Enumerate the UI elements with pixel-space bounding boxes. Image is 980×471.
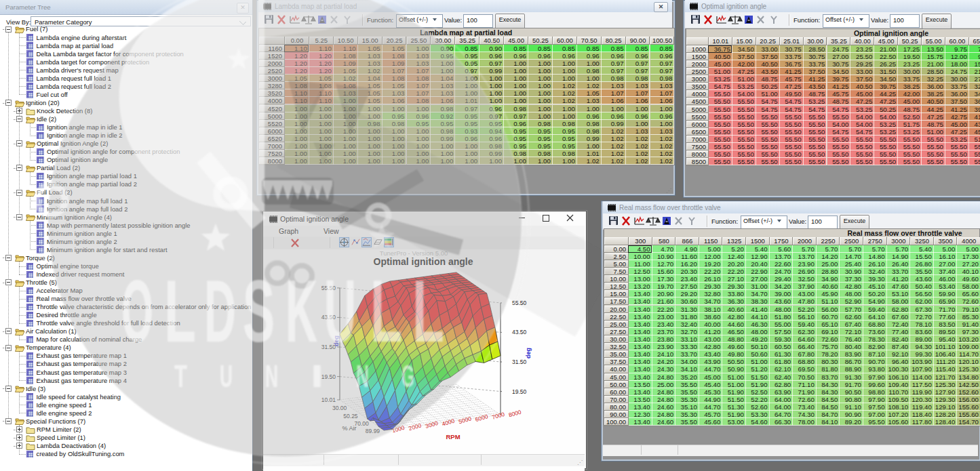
svg-text:6000: 6000 <box>475 413 489 423</box>
svg-text:deg: deg <box>525 348 532 359</box>
svg-text:55.50: 55.50 <box>321 285 336 291</box>
svg-text:19.50: 19.50 <box>321 373 336 380</box>
svg-text:43.50: 43.50 <box>512 329 527 335</box>
svg-text:10.01: 10.01 <box>321 396 336 403</box>
svg-text:31.50: 31.50 <box>512 359 527 365</box>
svg-text:30.00: 30.00 <box>332 405 347 411</box>
svg-text:4000: 4000 <box>442 417 456 428</box>
svg-text:19.50: 19.50 <box>512 388 527 395</box>
svg-text:7000: 7000 <box>491 411 505 421</box>
svg-text:Optimal ignition angle: Optimal ignition angle <box>374 256 473 267</box>
svg-text:43.50: 43.50 <box>321 314 336 321</box>
svg-text:5000: 5000 <box>458 415 472 425</box>
svg-text:% Air: % Air <box>342 425 356 432</box>
svg-text:89.99: 89.99 <box>366 428 380 434</box>
svg-text:2000: 2000 <box>408 422 422 432</box>
svg-text:55.50: 55.50 <box>512 300 527 306</box>
svg-text:3000: 3000 <box>425 419 439 430</box>
svg-text:8000: 8000 <box>508 409 522 419</box>
svg-text:RPM: RPM <box>446 433 460 441</box>
svg-text:deg: deg <box>333 335 340 346</box>
svg-text:50.25: 50.25 <box>343 413 358 419</box>
svg-text:70.00: 70.00 <box>355 420 370 427</box>
